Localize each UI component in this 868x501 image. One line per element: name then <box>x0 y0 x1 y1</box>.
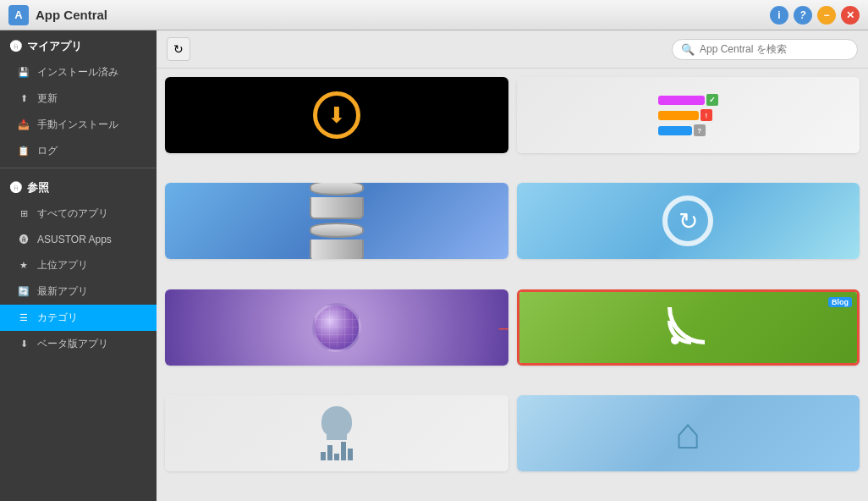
browse-icon: 🅐 <box>10 181 22 195</box>
sidebar-item-manual[interactable]: 📥 手動インストール <box>0 112 157 138</box>
card-download[interactable]: ⬇ ダウンロード <box>165 77 508 153</box>
titlebar-left: A App Central <box>8 5 107 25</box>
download-circle: ⬇ <box>313 91 360 139</box>
top-label: 上位アプリ <box>37 258 88 273</box>
install-icon: 💾 <box>17 66 30 80</box>
window-controls: i ? − ✕ <box>770 6 860 25</box>
manual-label: 手動インストール <box>37 118 118 132</box>
category-icon: ☰ <box>17 311 30 325</box>
browse-label: 参照 <box>27 180 49 195</box>
beta-label: ベータ版アプリ <box>37 337 108 351</box>
minimize-button[interactable]: − <box>817 6 836 25</box>
card-ticket[interactable]: ✓ ! ? チケット システム <box>517 77 860 153</box>
sidebar-item-asustor[interactable]: 🅐 ASUSTOR Apps <box>0 227 157 252</box>
log-label: ログ <box>37 144 58 158</box>
manual-icon: 📥 <box>17 118 30 132</box>
new-icon: 🔄 <box>17 285 30 299</box>
update-label: 更新 <box>37 91 58 106</box>
sidebar-item-category[interactable]: ☰ カテゴリ <box>0 305 157 331</box>
blog-icon: Blog <box>519 292 858 363</box>
framework-icon <box>165 289 508 366</box>
main-layout: 🅐 マイアプリ 💾 インストール済み ⬆ 更新 📥 手動インストール 📋 ログ … <box>0 30 868 501</box>
card-project[interactable]: プロジェクト管理 <box>165 395 508 471</box>
search-box: 🔍 <box>672 39 858 60</box>
my-apps-label: マイアプリ <box>27 39 82 54</box>
close-button[interactable]: ✕ <box>841 6 860 25</box>
card-framework[interactable]: → フレームワークとライブラリ <box>165 289 508 366</box>
app-icon: A <box>8 5 29 25</box>
app-grid: ⬇ ダウンロード ✓ ! <box>157 69 868 501</box>
card-home[interactable]: ⌂ ホームオートメーション <box>517 395 860 471</box>
app-title: App Central <box>36 8 107 22</box>
toolbar: ↻ 🔍 <box>157 30 868 69</box>
category-label: カテゴリ <box>37 311 78 325</box>
sidebar-item-installed[interactable]: 💾 インストール済み <box>0 59 157 85</box>
backup-icon: ↻ <box>517 183 860 259</box>
sidebar-item-top[interactable]: ★ 上位アプリ <box>0 252 157 278</box>
sidebar: 🅐 マイアプリ 💾 インストール済み ⬆ 更新 📥 手動インストール 📋 ログ … <box>0 30 157 501</box>
sidebar-section-browse: 🅐 参照 <box>0 172 157 201</box>
info-button[interactable]: i <box>770 6 788 25</box>
card-backup[interactable]: ↻ バックアップと同期 <box>517 183 860 259</box>
beta-icon: ⬇ <box>17 338 30 351</box>
sidebar-item-all[interactable]: ⊞ すべてのアプリ <box>0 201 157 227</box>
home-icon: ⌂ <box>517 395 860 471</box>
help-button[interactable]: ? <box>794 6 812 25</box>
sidebar-item-log[interactable]: 📋 ログ <box>0 138 157 164</box>
sidebar-item-beta[interactable]: ⬇ ベータ版アプリ <box>0 331 157 357</box>
new-label: 最新アプリ <box>37 284 88 299</box>
asustor-label: ASUSTOR Apps <box>37 234 112 245</box>
search-icon: 🔍 <box>681 43 695 56</box>
all-label: すべてのアプリ <box>37 206 108 221</box>
my-apps-icon: 🅐 <box>10 40 22 53</box>
search-input[interactable] <box>700 43 849 55</box>
refresh-button[interactable]: ↻ <box>167 37 190 61</box>
asustor-icon: 🅐 <box>17 233 30 246</box>
all-apps-icon: ⊞ <box>17 207 30 221</box>
ticket-icon: ✓ ! ? <box>517 77 860 153</box>
titlebar: A App Central i ? − ✕ <box>0 0 868 30</box>
top-icon: ★ <box>17 259 30 273</box>
card-database[interactable]: データベース <box>165 183 508 259</box>
blog-badge: Blog <box>828 297 852 307</box>
database-icon <box>165 183 508 259</box>
installed-label: インストール済み <box>37 65 118 80</box>
sidebar-item-update[interactable]: ⬆ 更新 <box>0 85 157 112</box>
project-icon <box>165 395 508 471</box>
log-icon: 📋 <box>17 145 30 158</box>
sidebar-section-my-apps: 🅐 マイアプリ <box>0 30 157 59</box>
blog-label: ブログ <box>857 303 860 351</box>
download-icon: ⬇ <box>165 77 508 153</box>
update-icon: ⬆ <box>17 92 30 106</box>
sidebar-item-new[interactable]: 🔄 最新アプリ <box>0 278 157 305</box>
content-area: ↻ 🔍 ⬇ ダウンロード <box>157 30 868 501</box>
card-blog[interactable]: Blog ブログ <box>517 289 860 366</box>
